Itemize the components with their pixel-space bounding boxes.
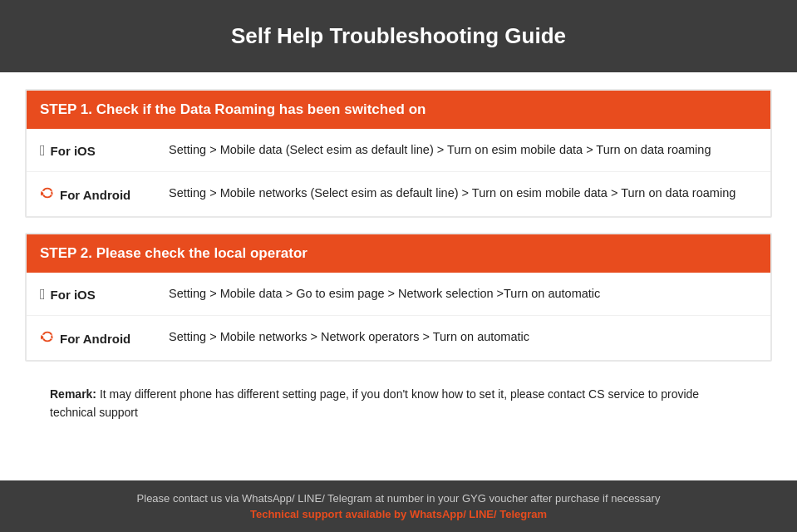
step1-ios-row:  For iOS Setting > Mobile data (Select …	[27, 129, 770, 172]
remark-label: Remark:	[50, 387, 96, 401]
step1-ios-instruction: Setting > Mobile data (Select esim as de…	[169, 140, 757, 159]
step2-title: STEP 2. Please check the local operator	[40, 245, 307, 261]
step2-android-row: For Android Setting > Mobile networks > …	[27, 316, 770, 360]
step2-android-label: For Android	[40, 328, 169, 348]
android-icon	[40, 185, 55, 204]
step1-android-row: For Android Setting > Mobile networks (S…	[27, 172, 770, 216]
step1-ios-label:  For iOS	[40, 140, 169, 160]
page-header: Self Help Troubleshooting Guide	[0, 0, 797, 72]
remark-body: It may different phone has different set…	[50, 387, 699, 419]
page-title: Self Help Troubleshooting Guide	[17, 23, 780, 49]
step1-container: STEP 1. Check if the Data Roaming has be…	[25, 89, 772, 218]
apple-icon: 	[40, 142, 46, 160]
main-content: STEP 1. Check if the Data Roaming has be…	[0, 72, 797, 480]
step2-ios-label:  For iOS	[40, 284, 169, 303]
step2-body:  For iOS Setting > Mobile data > Go to …	[27, 273, 770, 360]
apple-icon-2: 	[40, 286, 46, 303]
footer-main-text: Please contact us via WhatsApp/ LINE/ Te…	[17, 492, 780, 505]
step2-ios-instruction: Setting > Mobile data > Go to esim page …	[169, 284, 757, 303]
android-icon-2	[40, 329, 55, 348]
step1-header: STEP 1. Check if the Data Roaming has be…	[27, 91, 770, 129]
step1-android-instruction: Setting > Mobile networks (Select esim a…	[169, 184, 757, 202]
step1-body:  For iOS Setting > Mobile data (Select …	[27, 129, 770, 216]
remark-section: Remark: It may different phone has diffe…	[25, 377, 772, 436]
step1-android-label: For Android	[40, 184, 169, 204]
footer-support-text: Technical support available by WhatsApp/…	[17, 508, 780, 520]
step1-title: STEP 1. Check if the Data Roaming has be…	[40, 101, 426, 117]
page-footer: Please contact us via WhatsApp/ LINE/ Te…	[0, 480, 797, 532]
remark-text: Remark: It may different phone has diffe…	[50, 385, 747, 422]
step2-ios-row:  For iOS Setting > Mobile data > Go to …	[27, 273, 770, 316]
step2-container: STEP 2. Please check the local operator …	[25, 233, 772, 362]
step2-android-instruction: Setting > Mobile networks > Network oper…	[169, 328, 757, 346]
step2-header: STEP 2. Please check the local operator	[27, 234, 770, 273]
